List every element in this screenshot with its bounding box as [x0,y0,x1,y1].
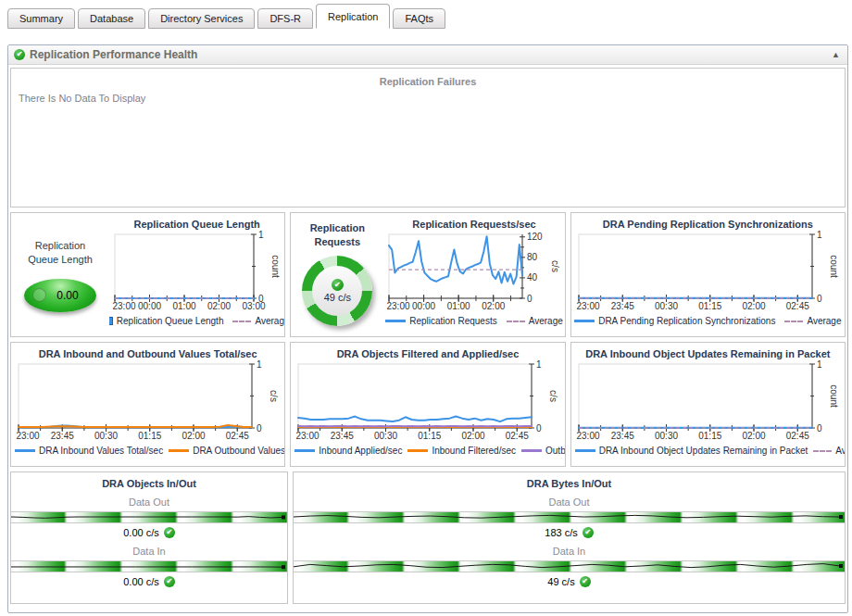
svg-text:02:45: 02:45 [506,431,529,441]
svg-text:count: count [270,255,281,278]
legend-swatch-line [15,449,35,452]
status-check-icon: ✔ [583,527,594,538]
panel-dra-objects-inout: DRA Objects In/Out Data Out 0.00 c/s ✔ D… [10,471,288,604]
legend-item: DRA Pending Replication Synchronizations [574,316,775,326]
gauge-label: Replication Queue Length [28,239,93,267]
flow-value-text: 0.00 c/s [123,576,159,587]
panel-dra-inout-values: DRA Inbound and Outbound Values Total/se… [10,342,285,467]
frame-title: Replication Performance Health [30,48,832,61]
tab-faqts[interactable]: FAQts [393,8,445,29]
legend-swatch-line [407,449,428,452]
legend-swatch-line [574,320,595,322]
frame-header: ✔ Replication Performance Health ▲ [8,45,847,65]
legend-item: DRA Outbound Values Tota [169,446,284,456]
svg-text:1: 1 [817,359,822,370]
frame-content: Replication Failures There Is No Data To… [8,65,847,607]
svg-text:02:00: 02:00 [182,431,205,441]
svg-text:00:30: 00:30 [94,431,118,441]
svg-text:02:00: 02:00 [207,301,231,311]
svg-text:02:45: 02:45 [785,431,808,441]
svg-text:c/s: c/s [550,260,560,272]
svg-text:02:45: 02:45 [226,431,249,441]
svg-text:01:00: 01:00 [172,301,195,311]
tab-bar: Summary Database Directory Services DFS-… [0,0,852,29]
collapse-icon[interactable]: ▲ [832,50,840,59]
no-data-text: There Is No Data To Display [19,93,145,104]
svg-text:23:00: 23:00 [387,301,410,311]
panel-title: DRA Objects Filtered and Applied/sec [291,343,564,359]
panel-replication-queue-length: Replication Queue Length 0.00 Replicatio… [10,212,285,337]
legend-label: Replication Queue Length [117,316,224,326]
legend-label: Average [807,316,841,326]
svg-text:00:30: 00:30 [655,431,678,441]
legend-item: Outbound F [521,446,565,456]
flow-value-text: 49 c/s [547,576,574,587]
panel-title: DRA Bytes In/Out [294,472,845,489]
panel-replication-failures: Replication Failures There Is No Data To… [10,68,846,207]
svg-text:01:00: 01:00 [447,301,470,311]
panel-title: DRA Inbound Object Updates Remaining in … [571,343,845,359]
svg-text:0: 0 [536,423,542,434]
svg-text:23:00: 23:00 [296,431,320,441]
legend-swatch-line [294,449,315,452]
gauge-value: 0.00 [56,289,78,302]
legend-item: Average [784,316,841,326]
svg-text:00:30: 00:30 [655,301,678,311]
svg-text:00:00: 00:00 [138,301,161,311]
legend-label: Average [835,446,845,456]
svg-text:02:00: 02:00 [482,301,506,311]
legend-label: DRA Inbound Object Updates Remaining in … [599,446,808,456]
panel-title: DRA Inbound and Outbound Values Total/se… [11,343,284,359]
legend-item: Average [813,446,845,456]
svg-text:23:00: 23:00 [576,301,599,311]
tab-replication[interactable]: Replication [316,4,390,29]
objects-out-flow-bar [11,511,287,523]
svg-text:02:45: 02:45 [785,301,808,311]
row-3: DRA Objects In/Out Data Out 0.00 c/s ✔ D… [10,471,846,604]
svg-text:01:15: 01:15 [138,431,161,441]
legend-swatch-dash [507,321,525,322]
donut-inner: ✔ 49 c/s [312,266,362,316]
pending-legend: DRA Pending Replication Synchronizations… [571,313,845,329]
svg-text:40: 40 [527,272,538,283]
svg-text:01:15: 01:15 [419,431,442,441]
svg-text:01:15: 01:15 [698,301,721,311]
tab-database[interactable]: Database [78,8,145,29]
filtered-applied-chart: 01c/s23:0023:4500:3001:1502:0002:45 [293,359,562,443]
tab-directory-services[interactable]: Directory Services [148,8,255,29]
legend-item: DRA Inbound Object Updates Remaining in … [575,446,808,456]
legend-item: DRA Inbound Values Total/sec [15,446,163,456]
flow-value: 0.00 c/s ✔ [11,527,287,538]
bytes-out-flow-bar [294,511,845,523]
legend-swatch-line [575,449,595,452]
svg-text:01:15: 01:15 [698,431,721,441]
svg-text:00:30: 00:30 [374,431,397,441]
legend-swatch-line [169,449,189,452]
legend-label: Replication Requests [409,316,497,326]
svg-text:23:45: 23:45 [51,431,74,441]
legend-swatch-dash [232,321,251,322]
svg-text:count: count [829,255,839,278]
flow-label: Data In [11,546,287,557]
legend-label: Average [529,316,563,326]
svg-text:02:00: 02:00 [742,431,765,441]
inout-values-chart: 01c/s23:0023:4500:3001:1502:0002:45 [13,359,282,443]
gauge-check-icon: ✔ [332,279,344,291]
queue-legend: Replication Queue LengthAverage [109,313,284,329]
requests-donut-gauge: ✔ 49 c/s [302,256,372,326]
status-check-icon: ✔ [580,576,591,587]
legend-swatch-dash [784,321,803,322]
svg-text:c/s: c/s [548,390,558,402]
status-check-icon: ✔ [164,527,175,538]
legend-swatch-line [521,449,542,452]
panel-replication-requests: Replication Requests ✔ 49 c/s Replicatio… [290,212,565,337]
tab-dfs-r[interactable]: DFS-R [257,8,313,29]
bytes-in-flow-bar [294,560,845,572]
tab-summary[interactable]: Summary [7,8,75,29]
svg-text:80: 80 [527,252,538,262]
svg-text:120: 120 [527,232,543,242]
objects-in-flow-bar [11,560,287,572]
requests-gauge: Replication Requests ✔ 49 c/s [291,213,383,336]
svg-text:02:00: 02:00 [742,301,765,311]
panel-title: Replication Requests/sec [383,213,564,230]
